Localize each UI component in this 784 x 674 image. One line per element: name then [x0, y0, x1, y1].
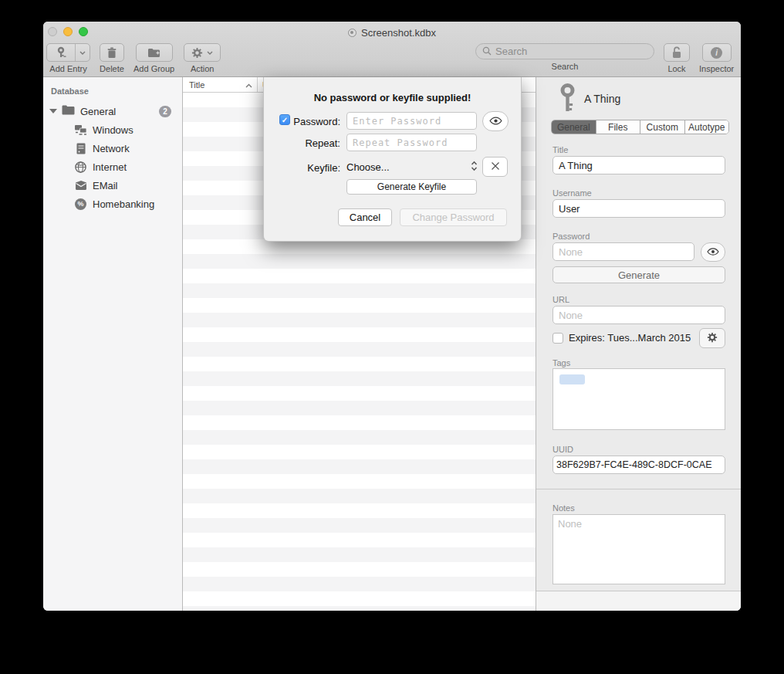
inspector-panel: A Thing General Files Custom Autotype Ti…	[536, 77, 741, 611]
add-entry-dropdown[interactable]	[76, 44, 90, 61]
folder-icon	[62, 105, 75, 117]
globe-icon	[74, 161, 87, 174]
gear-icon	[707, 332, 718, 345]
password-change-sheet: No password or keyfile supplied! ✓ Passw…	[263, 77, 522, 242]
sidebar-item-label: Windows	[93, 124, 133, 136]
url-field[interactable]	[553, 306, 725, 324]
change-password-button[interactable]: Change Password	[400, 208, 507, 226]
sidebar-item-label: Homebanking	[93, 198, 154, 210]
sidebar-item-internet[interactable]: Internet	[43, 157, 182, 176]
reveal-password-button[interactable]	[482, 111, 509, 131]
entry-count-badge: 2	[159, 106, 171, 117]
url-field-label: URL	[553, 295, 569, 304]
repeat-input[interactable]	[346, 134, 477, 151]
sidebar-item-label: General	[80, 106, 116, 117]
search-label: Search	[552, 62, 579, 71]
tags-field[interactable]	[553, 368, 725, 430]
username-field[interactable]	[553, 199, 725, 218]
sidebar-item-network[interactable]: Network	[43, 139, 182, 157]
notes-label: Notes	[553, 503, 575, 513]
disclosure-triangle-icon[interactable]	[49, 109, 57, 113]
computers-network-icon	[74, 124, 87, 137]
clear-keyfile-button[interactable]	[482, 157, 508, 177]
entry-title: A Thing	[584, 93, 620, 105]
title-field[interactable]	[553, 156, 725, 174]
titlebar-toolbar: Screenshot.kdbx Add Entry	[43, 22, 741, 77]
username-field-label: Username	[553, 188, 592, 198]
expires-label: Expires: Tues...March 2015	[569, 332, 691, 344]
delete-label: Delete	[100, 64, 124, 73]
tab-files[interactable]: Files	[596, 120, 641, 134]
key-icon	[559, 83, 576, 115]
action-label: Action	[191, 64, 215, 73]
sidebar-item-homebanking[interactable]: % Homebanking	[43, 195, 182, 213]
expires-checkbox[interactable]	[553, 333, 563, 344]
chevron-down-icon	[207, 51, 213, 55]
expires-row: Expires: Tues...March 2015	[553, 332, 691, 344]
sidebar-item-label: EMail	[93, 180, 118, 191]
envelope-icon	[74, 179, 87, 192]
folder-plus-icon	[147, 47, 161, 58]
tag-pill[interactable]	[559, 374, 585, 384]
password-input[interactable]	[346, 112, 477, 130]
add-group-button[interactable]	[136, 43, 173, 62]
cancel-button[interactable]: Cancel	[338, 208, 392, 226]
action-button[interactable]	[184, 43, 221, 62]
sidebar-item-email[interactable]: EMail	[43, 176, 182, 195]
add-entry-button[interactable]	[46, 43, 90, 62]
inspector-button[interactable]: i	[702, 43, 732, 62]
lock-button[interactable]	[664, 43, 690, 62]
tags-label: Tags	[553, 358, 570, 367]
expires-options-button[interactable]	[699, 328, 725, 348]
add-group-label: Add Group	[133, 64, 174, 73]
inspector-label: Inspector	[699, 64, 734, 73]
repeat-label: Repeat:	[292, 137, 340, 149]
inspector-tabs: General Files Custom Autotype	[551, 120, 729, 134]
delete-button[interactable]	[100, 43, 124, 62]
generate-password-button[interactable]: Generate	[553, 266, 725, 283]
password-field-label: Password	[553, 232, 590, 241]
inspector-footer	[536, 591, 741, 611]
keyfile-popup[interactable]: Choose...	[346, 157, 478, 177]
uuid-label: UUID	[553, 445, 573, 454]
search-field[interactable]	[475, 43, 654, 59]
padlock-icon	[671, 46, 682, 59]
trash-icon	[106, 47, 117, 59]
document-icon	[348, 29, 357, 37]
eye-icon	[489, 114, 502, 128]
server-icon	[74, 142, 87, 155]
sidebar-item-windows[interactable]: Windows	[43, 120, 182, 139]
notes-field[interactable]	[553, 514, 725, 584]
lock-label: Lock	[667, 64, 685, 73]
uuid-field[interactable]	[553, 456, 725, 474]
sidebar-header: Database	[43, 83, 182, 102]
sort-ascending-icon	[245, 80, 252, 90]
generate-keyfile-button[interactable]: Generate Keyfile	[346, 179, 477, 195]
eye-icon	[707, 246, 719, 258]
password-label: Password:	[292, 116, 340, 127]
search-input[interactable]	[495, 46, 647, 57]
title-field-label: Title	[553, 145, 568, 154]
info-icon: i	[711, 47, 722, 59]
sidebar: Database General 2 Windows Network	[43, 77, 183, 611]
column-header-title[interactable]: Title	[183, 77, 258, 92]
sidebar-item-general[interactable]: General 2	[43, 102, 182, 120]
add-entry-label: Add Entry	[49, 64, 86, 73]
sidebar-item-label: Network	[93, 143, 130, 154]
keyfile-label: Keyfile:	[292, 162, 340, 174]
app-window: Screenshot.kdbx Add Entry	[43, 22, 741, 611]
gear-icon	[191, 47, 203, 59]
section-divider	[536, 489, 741, 489]
tab-autotype[interactable]: Autotype	[685, 120, 729, 134]
sheet-message: No password or keyfile supplied!	[264, 92, 521, 103]
percent-circle-icon: %	[74, 198, 87, 211]
key-plus-icon	[47, 44, 76, 61]
stepper-icon	[471, 161, 478, 174]
window-title-area: Screenshot.kdbx	[43, 27, 741, 39]
tab-custom[interactable]: Custom	[640, 120, 685, 134]
password-checkbox[interactable]: ✓	[279, 114, 290, 125]
window-title: Screenshot.kdbx	[361, 27, 436, 39]
reveal-password-button[interactable]	[701, 242, 725, 262]
password-field[interactable]	[553, 242, 694, 261]
tab-general[interactable]: General	[552, 120, 596, 134]
